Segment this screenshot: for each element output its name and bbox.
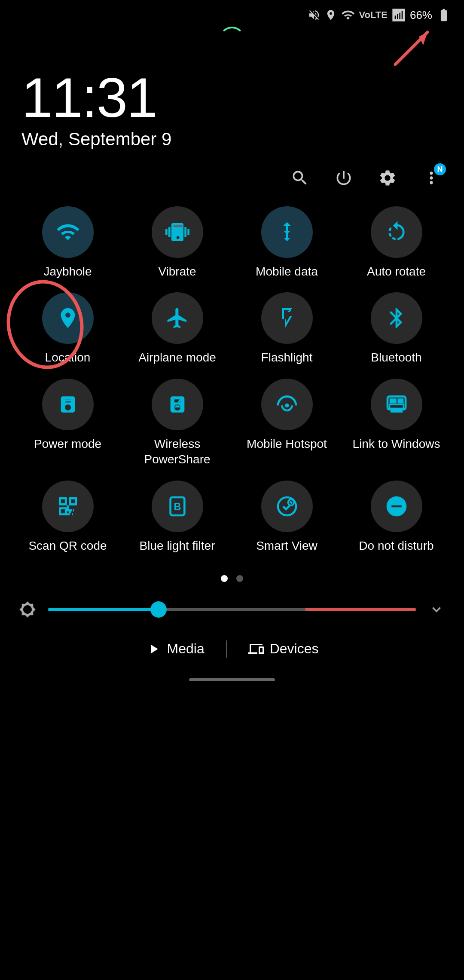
tile-auto-rotate-icon xyxy=(371,206,422,258)
svg-marker-1 xyxy=(419,32,427,45)
tile-bluetooth-label: Bluetooth xyxy=(371,350,421,365)
pagination-dot-1[interactable] xyxy=(221,575,228,582)
battery-percentage: 66% xyxy=(410,9,432,22)
tile-mobile-hotspot-label: Mobile Hotspot xyxy=(247,436,327,452)
wifi-status-icon xyxy=(341,8,355,22)
battery-icon xyxy=(437,8,451,22)
tile-blue-light-icon: B xyxy=(152,481,203,532)
tile-vibrate[interactable]: Vibrate xyxy=(127,206,228,279)
home-bar[interactable] xyxy=(189,678,275,681)
tile-airplane-mode-label: Airplane mode xyxy=(138,350,216,365)
tile-location-label: Location xyxy=(45,350,91,365)
tile-power-mode[interactable]: Power mode xyxy=(17,379,118,468)
devices-button[interactable]: Devices xyxy=(227,641,340,657)
tile-wireless-powershare-icon xyxy=(152,379,203,430)
power-button[interactable] xyxy=(333,167,355,189)
tile-flashlight[interactable]: Flashlight xyxy=(236,292,337,365)
qs-grid: Jaybhole Vibrate Mobile data Auto rotate… xyxy=(0,198,464,562)
tile-mobile-data-icon xyxy=(261,206,313,258)
tile-mobile-data-label: Mobile data xyxy=(256,264,318,279)
tile-smart-view-label: Smart View xyxy=(256,538,317,554)
tile-location[interactable]: Location xyxy=(17,292,118,365)
loading-spinner xyxy=(219,27,245,52)
tile-location-icon xyxy=(42,292,94,344)
tile-wireless-powershare[interactable]: Wireless PowerShare xyxy=(127,379,228,468)
clock-date: Wed, September 9 xyxy=(21,129,443,150)
tile-auto-rotate[interactable]: Auto rotate xyxy=(346,206,447,279)
search-button[interactable] xyxy=(289,167,311,189)
volte-icon: VoLTE xyxy=(359,9,388,21)
location-status-icon xyxy=(325,9,337,21)
tile-jaybhole[interactable]: Jaybhole xyxy=(17,206,118,279)
home-indicator xyxy=(0,670,464,686)
signal-icon xyxy=(392,8,406,22)
tile-wireless-powershare-label: Wireless PowerShare xyxy=(127,436,228,468)
tile-do-not-disturb-label: Do not disturb xyxy=(359,538,433,554)
tile-blue-light[interactable]: B Blue light filter xyxy=(127,481,228,554)
tile-airplane-mode-icon xyxy=(152,292,203,344)
brightness-row xyxy=(0,591,464,628)
devices-label: Devices xyxy=(270,641,319,657)
media-label: Media xyxy=(167,641,205,657)
tile-mobile-data[interactable]: Mobile data xyxy=(236,206,337,279)
tile-airplane-mode[interactable]: Airplane mode xyxy=(127,292,228,365)
tile-scan-qr[interactable]: Scan QR code xyxy=(17,481,118,554)
tile-link-to-windows-icon xyxy=(371,379,422,430)
tile-do-not-disturb[interactable]: Do not disturb xyxy=(346,481,447,554)
tile-auto-rotate-label: Auto rotate xyxy=(367,264,426,279)
brightness-track[interactable] xyxy=(48,608,416,611)
tile-mobile-hotspot-icon xyxy=(261,379,313,430)
pagination-dot-2[interactable] xyxy=(236,575,243,582)
tile-link-to-windows-label: Link to Windows xyxy=(353,436,440,452)
pagination-dots xyxy=(0,562,464,591)
tile-blue-light-label: Blue light filter xyxy=(140,538,215,554)
tile-mobile-hotspot[interactable]: Mobile Hotspot xyxy=(236,379,337,468)
qs-header: N xyxy=(0,154,464,198)
tile-bluetooth[interactable]: Bluetooth xyxy=(346,292,447,365)
more-menu-button[interactable]: N xyxy=(420,167,443,189)
tile-bluetooth-icon xyxy=(371,292,422,344)
status-bar: VoLTE 66% xyxy=(0,0,464,22)
tile-jaybhole-icon xyxy=(42,206,94,258)
arrow-annotation xyxy=(387,21,438,73)
tile-jaybhole-label: Jaybhole xyxy=(43,264,92,279)
tile-scan-qr-icon xyxy=(42,481,94,532)
tile-vibrate-label: Vibrate xyxy=(158,264,196,279)
bottom-bar: Media Devices xyxy=(0,628,464,670)
tile-smart-view-icon xyxy=(261,481,313,532)
svg-text:B: B xyxy=(174,501,181,512)
brightness-expand-button[interactable] xyxy=(426,599,447,620)
svg-rect-7 xyxy=(389,404,403,408)
clock-time: 11:31 xyxy=(21,70,443,126)
notification-badge: N xyxy=(434,163,446,175)
tile-smart-view[interactable]: Smart View xyxy=(236,481,337,554)
settings-button[interactable] xyxy=(376,167,399,189)
tile-vibrate-icon xyxy=(152,206,203,258)
svg-rect-6 xyxy=(397,398,403,404)
tile-link-to-windows[interactable]: Link to Windows xyxy=(346,379,447,468)
tile-flashlight-label: Flashlight xyxy=(261,350,313,365)
tile-flashlight-icon xyxy=(261,292,313,344)
svg-rect-5 xyxy=(389,398,396,404)
tile-power-mode-label: Power mode xyxy=(34,436,101,452)
brightness-thumb[interactable] xyxy=(150,601,167,618)
media-button[interactable]: Media xyxy=(124,641,226,657)
status-icons: VoLTE 66% xyxy=(308,8,451,22)
tile-do-not-disturb-icon xyxy=(371,481,422,532)
tile-power-mode-icon xyxy=(42,379,94,430)
mute-icon xyxy=(308,9,321,21)
brightness-low-icon xyxy=(17,599,38,620)
tile-scan-qr-label: Scan QR code xyxy=(28,538,107,554)
